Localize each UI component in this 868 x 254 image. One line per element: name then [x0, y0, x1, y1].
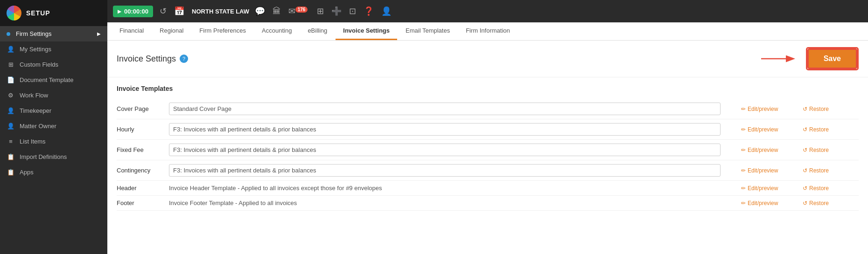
- restore-link-contingency[interactable]: ↺ Restore: [803, 167, 859, 174]
- edit-icon: ✏: [741, 167, 746, 174]
- tab-ebilling[interactable]: eBilling: [300, 22, 335, 40]
- calendar-icon[interactable]: 📅: [172, 4, 186, 18]
- sidebar-title: SETUP: [26, 9, 50, 17]
- sidebar-item-label: List Items: [20, 138, 46, 145]
- tab-firm-information[interactable]: Firm Information: [458, 22, 518, 40]
- tabs-bar: Financial Regional Firm Preferences Acco…: [107, 22, 868, 41]
- chat-icon[interactable]: 💬: [253, 4, 267, 18]
- sidebar-item-document-template[interactable]: 📄 Document Template: [0, 72, 107, 88]
- restore-link-hourly[interactable]: ↺ Restore: [803, 126, 859, 133]
- edit-preview-link-hourly[interactable]: ✏ Edit/preview: [741, 126, 797, 133]
- app-logo[interactable]: [7, 6, 21, 21]
- grid-icon: ⊞: [7, 61, 15, 68]
- timer-reset-icon[interactable]: ↺: [158, 4, 168, 18]
- sidebar-item-import-definitions[interactable]: 📋 Import Definitions: [0, 149, 107, 165]
- sidebar-item-custom-fields[interactable]: ⊞ Custom Fields: [0, 57, 107, 72]
- tab-email-templates[interactable]: Email Templates: [398, 22, 457, 40]
- tab-firm-preferences[interactable]: Firm Preferences: [192, 22, 253, 40]
- tab-financial[interactable]: Financial: [112, 22, 151, 40]
- tab-regional[interactable]: Regional: [152, 22, 191, 40]
- sidebar-item-timekeeper[interactable]: 👤 Timekeeper: [0, 103, 107, 118]
- edit-preview-link-contingency[interactable]: ✏ Edit/preview: [741, 167, 797, 174]
- template-select-wrap: F3: Invoices with all pertinent details …: [169, 164, 721, 177]
- template-rows: Cover PageStandard Cover Page✏ Edit/prev…: [117, 99, 859, 211]
- timer-button[interactable]: ▶ 00:00:00: [113, 6, 153, 17]
- sidebar-item-label: Matter Owner: [20, 123, 56, 130]
- template-row: HeaderInvoice Header Template - Applied …: [117, 181, 859, 196]
- tab-accounting[interactable]: Accounting: [254, 22, 299, 40]
- template-row-label: Cover Page: [117, 105, 163, 112]
- red-arrow-icon: [761, 53, 798, 64]
- timekeeper-icon: 👤: [7, 107, 15, 114]
- sidebar: SETUP Firm Settings ▶ 👤 My Settings ⊞ Cu…: [0, 0, 107, 254]
- sidebar-item-matter-owner[interactable]: 👤 Matter Owner: [0, 118, 107, 134]
- invoice-section: Invoice Templates Cover PageStandard Cov…: [107, 77, 868, 218]
- edit-icon: ✏: [741, 106, 746, 112]
- sidebar-item-firm-settings[interactable]: Firm Settings ▶: [0, 26, 107, 41]
- layout-icon[interactable]: ⊡: [347, 4, 358, 18]
- sidebar-item-label: My Settings: [20, 46, 51, 53]
- section-title: Invoice Templates: [117, 85, 859, 92]
- template-select-wrap: F3: Invoices with all pertinent details …: [169, 144, 721, 156]
- edit-icon: ✏: [741, 185, 746, 192]
- edit-preview-link-header[interactable]: ✏ Edit/preview: [741, 185, 797, 192]
- restore-link-header[interactable]: ↺ Restore: [803, 185, 859, 192]
- grid-apps-icon[interactable]: ⊞: [315, 4, 326, 18]
- active-dot: [7, 32, 10, 36]
- help-icon[interactable]: ❓: [362, 4, 376, 18]
- doc-icon: 📄: [7, 76, 15, 83]
- edit-preview-link-cover-page[interactable]: ✏ Edit/preview: [741, 106, 797, 112]
- restore-link-footer[interactable]: ↺ Restore: [803, 200, 859, 206]
- template-row-label: Contingency: [117, 167, 163, 174]
- template-select-hourly[interactable]: F3: Invoices with all pertinent details …: [169, 123, 721, 136]
- edit-icon: ✏: [741, 126, 746, 133]
- template-row-label: Footer: [117, 199, 163, 206]
- restore-icon: ↺: [803, 147, 807, 153]
- template-row: Fixed FeeF3: Invoices with all pertinent…: [117, 140, 859, 160]
- topbar: ▶ 00:00:00 ↺ 📅 NORTH STATE LAW 💬 🏛 ✉ 176…: [107, 0, 868, 22]
- notification-area: ✉ 176: [287, 6, 311, 16]
- firm-name: NORTH STATE LAW: [192, 8, 249, 15]
- timer-display: 00:00:00: [124, 8, 148, 15]
- template-row-label: Hourly: [117, 126, 163, 133]
- sidebar-item-apps[interactable]: 📋 Apps: [0, 165, 107, 180]
- template-row-label: Header: [117, 185, 163, 192]
- restore-link-fixed-fee[interactable]: ↺ Restore: [803, 147, 859, 153]
- main-area: ▶ 00:00:00 ↺ 📅 NORTH STATE LAW 💬 🏛 ✉ 176…: [107, 0, 868, 254]
- header-actions: Save: [761, 47, 859, 70]
- template-select-cover-page[interactable]: Standard Cover Page: [169, 103, 721, 115]
- arrow-indicator: [761, 53, 798, 64]
- tab-invoice-settings[interactable]: Invoice Settings: [336, 22, 397, 40]
- sidebar-item-my-settings[interactable]: 👤 My Settings: [0, 41, 107, 57]
- edit-preview-link-footer[interactable]: ✏ Edit/preview: [741, 200, 797, 206]
- sidebar-item-work-flow[interactable]: ⚙ Work Flow: [0, 88, 107, 103]
- page-title-area: Invoice Settings ?: [117, 54, 188, 64]
- play-icon: ▶: [118, 9, 121, 14]
- page-help-icon[interactable]: ?: [180, 55, 188, 63]
- template-select-fixed-fee[interactable]: F3: Invoices with all pertinent details …: [169, 144, 721, 156]
- bank-icon[interactable]: 🏛: [271, 5, 283, 18]
- sidebar-item-list-items[interactable]: ≡ List Items: [0, 134, 107, 149]
- edit-preview-link-fixed-fee[interactable]: ✏ Edit/preview: [741, 147, 797, 153]
- sidebar-item-label: Custom Fields: [20, 61, 58, 68]
- edit-icon: ✏: [741, 147, 746, 153]
- template-text-footer: Invoice Footer Template - Applied to all…: [169, 199, 721, 206]
- page-header: Invoice Settings ?: [107, 41, 868, 77]
- template-row: Cover PageStandard Cover Page✏ Edit/prev…: [117, 99, 859, 119]
- restore-icon: ↺: [803, 106, 807, 112]
- restore-icon: ↺: [803, 185, 807, 192]
- notification-badge: 176: [295, 7, 308, 13]
- restore-link-cover-page[interactable]: ↺ Restore: [803, 106, 859, 112]
- import-icon: 📋: [7, 153, 15, 160]
- user-account-icon[interactable]: 👤: [379, 4, 393, 18]
- restore-icon: ↺: [803, 167, 807, 174]
- sidebar-item-label: Document Template: [20, 76, 73, 83]
- template-select-contingency[interactable]: F3: Invoices with all pertinent details …: [169, 164, 721, 177]
- matter-owner-icon: 👤: [7, 123, 15, 130]
- user-icon: 👤: [7, 46, 15, 53]
- page-title: Invoice Settings: [117, 54, 176, 64]
- save-button[interactable]: Save: [807, 48, 857, 69]
- add-icon[interactable]: ➕: [329, 4, 343, 18]
- apps-icon: 📋: [7, 169, 15, 176]
- chevron-right-icon: ▶: [97, 31, 101, 36]
